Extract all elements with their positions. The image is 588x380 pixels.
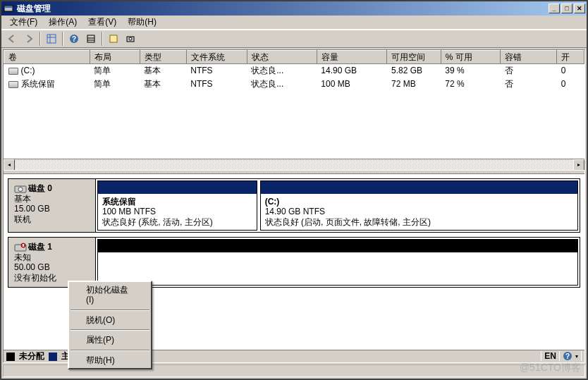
menu-file[interactable]: 文件(F) (4, 16, 43, 28)
scroll-right-button[interactable]: ▸ (573, 159, 584, 170)
minimize-button[interactable]: _ (549, 4, 560, 13)
unallocated-space[interactable] (97, 239, 578, 286)
partition-body: (C:)14.90 GB NTFS状态良好 (启动, 页面文件, 故障转储, 主… (261, 194, 577, 230)
partition-info: 100 MB NTFS (102, 207, 252, 216)
svg-point-14 (18, 187, 23, 191)
ctx-separator (71, 329, 149, 331)
partition-info: 14.90 GB NTFS (265, 207, 573, 216)
legend-unalloc-color (6, 353, 15, 361)
disk-name: 磁盘 1 (28, 242, 52, 252)
toolbar: ? (1, 30, 587, 48)
back-button[interactable] (4, 31, 20, 47)
ctx-initialize-disk[interactable]: 初始化磁盘(I) (69, 282, 151, 308)
cell: 状态良... (247, 78, 317, 90)
svg-rect-2 (47, 35, 56, 43)
refresh-button[interactable] (83, 31, 99, 47)
cell: (C:) (4, 64, 90, 78)
cell: 基本 (140, 64, 186, 78)
disk-icon (14, 184, 25, 194)
column-header[interactable]: 开 (557, 51, 584, 64)
cell: 39 % (441, 64, 501, 78)
help-status-icon[interactable]: ? (563, 351, 572, 361)
context-menu: 初始化磁盘(I) 脱机(O) 属性(P) 帮助(H) (68, 281, 152, 369)
disk-type: 未知 (14, 252, 90, 262)
volume-list-pane: 卷布局类型文件系统状态容量可用空间% 可用容错开 (C:)简单基本NTFS状态良… (4, 50, 584, 170)
cell: 否 (501, 78, 557, 90)
column-header[interactable]: 容量 (317, 51, 387, 64)
help-icon-button[interactable]: ? (66, 31, 82, 47)
partition-status: 状态良好 (启动, 页面文件, 故障转储, 主分区) (265, 217, 573, 227)
settings-button[interactable] (123, 31, 138, 47)
view-button[interactable] (44, 31, 59, 47)
cell: 否 (501, 64, 557, 78)
hdd-icon (8, 81, 18, 88)
cell: 系统保留 (4, 78, 90, 90)
window: 磁盘管理 _ □ ✕ 文件(F) 操作(A) 查看(V) 帮助(H) ? 卷布局… (0, 0, 588, 380)
menu-action[interactable]: 操作(A) (43, 16, 82, 28)
column-header[interactable]: 布局 (90, 51, 140, 64)
svg-rect-1 (5, 6, 12, 8)
cell: 简单 (90, 64, 140, 78)
volume-row[interactable]: (C:)简单基本NTFS状态良...14.90 GB5.82 GB39 %否0 (4, 64, 584, 78)
disk-size: 50.00 GB (14, 262, 90, 272)
column-header[interactable]: 文件系统 (186, 51, 247, 64)
maximize-button[interactable]: □ (561, 4, 572, 13)
volume-row[interactable]: 系统保留简单基本NTFS状态良...100 MB72 MB72 %否0 (4, 78, 584, 90)
column-header[interactable]: 卷 (4, 51, 90, 64)
partition-body: 系统保留100 MB NTFS状态良好 (系统, 活动, 主分区) (98, 194, 257, 230)
cell: 基本 (140, 78, 186, 90)
disk-info[interactable]: 磁盘 0基本15.00 GB联机 (8, 179, 96, 232)
legend-unalloc-label: 未分配 (19, 351, 44, 361)
ctx-separator (71, 309, 149, 311)
disk-partitions: 系统保留100 MB NTFS状态良好 (系统, 活动, 主分区)(C:)14.… (96, 179, 580, 232)
column-header[interactable]: % 可用 (441, 51, 501, 64)
scroll-left-button[interactable]: ◂ (4, 159, 15, 170)
column-header[interactable]: 状态 (247, 51, 317, 64)
dropdown-icon[interactable]: ▾ (575, 353, 578, 360)
column-header[interactable]: 可用空间 (387, 51, 441, 64)
cell: 简单 (90, 78, 140, 90)
menu-view[interactable]: 查看(V) (82, 16, 122, 28)
disk-row: 磁盘 0基本15.00 GB联机系统保留100 MB NTFS状态良好 (系统,… (8, 178, 580, 233)
ctx-properties[interactable]: 属性(P) (69, 332, 151, 348)
scroll-track[interactable] (15, 159, 573, 170)
svg-rect-7 (87, 35, 94, 42)
volume-table: 卷布局类型文件系统状态容量可用空间% 可用容错开 (C:)简单基本NTFS状态良… (4, 50, 584, 90)
cell: 100 MB (317, 78, 387, 90)
window-title: 磁盘管理 (17, 4, 547, 13)
partition-body (98, 252, 577, 268)
horizontal-scrollbar[interactable]: ◂ ▸ (4, 159, 584, 170)
menu-help[interactable]: 帮助(H) (122, 16, 162, 28)
cell: NTFS (186, 64, 247, 78)
ctx-offline[interactable]: 脱机(O) (69, 312, 151, 328)
svg-text:?: ? (565, 353, 570, 360)
language-indicator[interactable]: EN (544, 351, 556, 361)
disk-icon (14, 243, 25, 252)
disk-info[interactable]: 磁盘 1未知50.00 GB没有初始化 (8, 238, 96, 287)
disk-size: 15.00 GB (14, 204, 90, 214)
cell: 0 (557, 78, 584, 90)
app-icon (3, 3, 14, 14)
svg-rect-10 (110, 35, 117, 42)
partition-name: (C:) (265, 197, 573, 207)
cell: 0 (557, 64, 584, 78)
cell: 72 % (441, 78, 501, 90)
ctx-help[interactable]: 帮助(H) (69, 353, 151, 368)
list-button[interactable] (106, 31, 121, 47)
partition[interactable]: (C:)14.90 GB NTFS状态良好 (启动, 页面文件, 故障转储, 主… (260, 180, 578, 231)
disk-type: 基本 (14, 194, 90, 204)
disk-name: 磁盘 0 (28, 183, 52, 193)
forward-button[interactable] (21, 31, 37, 47)
ctx-separator (71, 350, 149, 351)
cell: 状态良... (247, 64, 317, 78)
column-header[interactable]: 容错 (501, 51, 557, 64)
cell: 5.82 GB (387, 64, 441, 78)
cell: NTFS (186, 78, 247, 90)
title-bar[interactable]: 磁盘管理 _ □ ✕ (1, 1, 587, 16)
watermark: @51CTO博客 (520, 362, 581, 374)
partition-header (98, 240, 577, 252)
disk-partitions (96, 238, 580, 287)
partition[interactable]: 系统保留100 MB NTFS状态良好 (系统, 活动, 主分区) (97, 180, 257, 231)
column-header[interactable]: 类型 (140, 51, 186, 64)
close-button[interactable]: ✕ (574, 4, 585, 13)
